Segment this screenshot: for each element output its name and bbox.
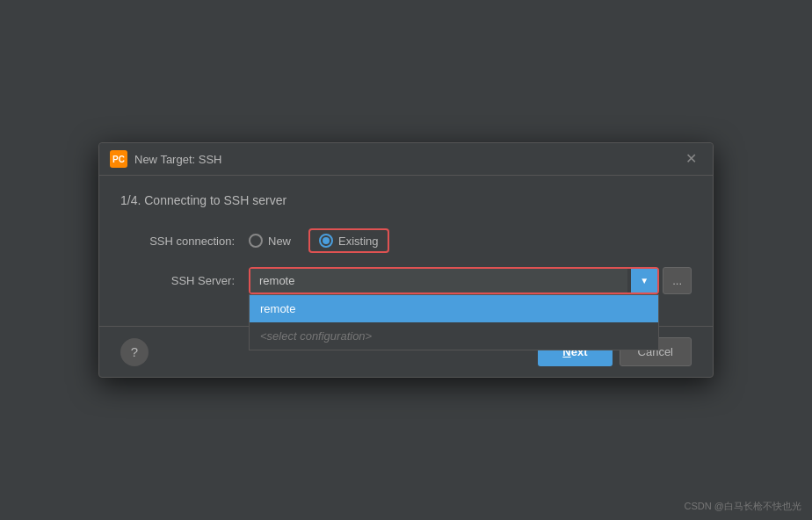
watermark: CSDN @白马长枪不快也光 [685,500,801,513]
step-label: 1/4. Connecting to SSH server [120,193,692,207]
dialog: PC New Target: SSH ✕ 1/4. Connecting to … [98,142,714,378]
title-bar-left: PC New Target: SSH [110,150,221,168]
ssh-connection-row: SSH connection: New Existing [120,228,692,253]
radio-new-option[interactable]: New [249,234,291,248]
dialog-title: New Target: SSH [134,153,221,166]
radio-existing-label: Existing [338,235,379,248]
help-button[interactable]: ? [120,338,149,366]
connection-label: SSH connection: [120,235,235,248]
title-bar: PC New Target: SSH ✕ [99,143,713,176]
dropdown-popup: remote <select configuration> [249,294,659,350]
existing-wrapper: Existing [308,228,389,253]
dropdown-container: remote <select configuration> ▼ remote <… [249,267,659,294]
dropdown-wrapper: remote <select configuration> ▼ [249,267,659,294]
app-icon: PC [110,150,127,168]
radio-new-input[interactable] [249,234,263,248]
radio-new-label: New [268,235,291,248]
dialog-body: 1/4. Connecting to SSH server SSH connec… [99,176,713,326]
dropdown-arrow-button[interactable]: ▼ [631,269,657,292]
dropdown-item-remote[interactable]: remote [250,295,658,322]
dropdown-item-placeholder[interactable]: <select configuration> [250,322,658,350]
server-control-group: remote <select configuration> ▼ remote <… [249,267,692,294]
radio-existing-option[interactable]: Existing [319,234,379,248]
chevron-down-icon: ▼ [640,276,649,285]
radio-group: New Existing [249,228,389,253]
server-dropdown[interactable]: remote <select configuration> [250,269,627,292]
ssh-server-row: SSH Server: remote <select configuration… [120,267,692,294]
server-label: SSH Server: [120,267,235,287]
radio-existing-input[interactable] [319,234,333,248]
close-button[interactable]: ✕ [680,150,702,168]
more-button[interactable]: ... [663,267,692,294]
